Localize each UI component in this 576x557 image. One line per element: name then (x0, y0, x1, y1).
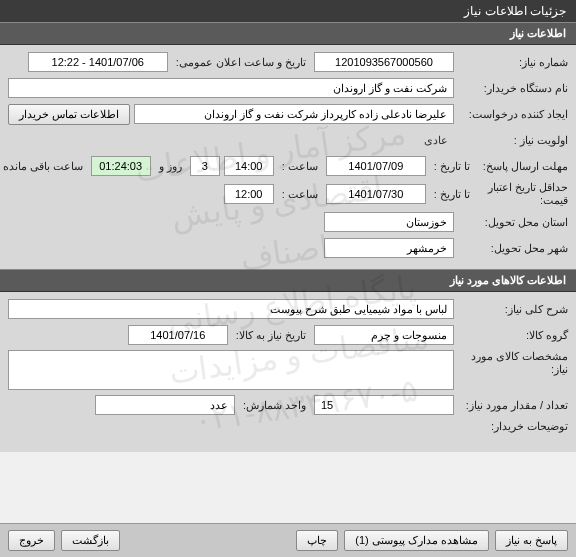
group-label: گروه کالا: (458, 329, 568, 342)
print-button[interactable]: چاپ (296, 530, 338, 551)
city-field[interactable] (324, 238, 454, 258)
buyer-label: نام دستگاه خریدار: (458, 82, 568, 95)
province-label: استان محل تحویل: (458, 216, 568, 229)
row-province: استان محل تحویل: (8, 211, 568, 233)
province-field[interactable] (324, 212, 454, 232)
row-buyer-notes: توضیحات خریدار: (8, 420, 568, 442)
desc-field[interactable] (8, 299, 454, 319)
exit-button[interactable]: خروج (8, 530, 55, 551)
need-date-label: تاریخ نیاز به کالا: (232, 329, 310, 342)
section-need-info-header: اطلاعات نیاز (0, 22, 576, 45)
time-2[interactable] (224, 184, 274, 204)
creator-field[interactable] (134, 104, 454, 124)
row-deadline: مهلت ارسال پاسخ: تا تاریخ : ساعت : روز و… (8, 155, 568, 177)
announce-label: تاریخ و ساعت اعلان عمومی: (172, 56, 310, 69)
time-1[interactable] (224, 156, 274, 176)
city-label: شهر محل تحویل: (458, 242, 568, 255)
reply-button[interactable]: پاسخ به نیاز (495, 530, 568, 551)
priority-label: اولویت نیاز : (458, 134, 568, 147)
spec-textarea[interactable] (8, 350, 454, 390)
time-label-1: ساعت : (278, 160, 322, 173)
footer-toolbar: پاسخ به نیاز مشاهده مدارک پیوستی (1) چاپ… (0, 523, 576, 557)
row-buyer: نام دستگاه خریدار: (8, 77, 568, 99)
qty-label: تعداد / مقدار مورد نیاز: (458, 399, 568, 412)
until-date-2[interactable] (326, 184, 426, 204)
deadline-label: مهلت ارسال پاسخ: (478, 160, 568, 173)
section-goods-header: اطلاعات کالاهای مورد نیاز (0, 269, 576, 292)
until-date-1[interactable] (326, 156, 426, 176)
until-label-2: تا تاریخ : (430, 188, 474, 201)
buyer-notes-label: توضیحات خریدار: (458, 420, 568, 433)
row-need-no: شماره نیاز: تاریخ و ساعت اعلان عمومی: (8, 51, 568, 73)
announce-field[interactable] (28, 52, 168, 72)
contact-buyer-button[interactable]: اطلاعات تماس خریدار (8, 104, 130, 125)
qty-field[interactable] (314, 395, 454, 415)
days-field[interactable] (190, 156, 220, 176)
attachments-button[interactable]: مشاهده مدارک پیوستی (1) (344, 530, 489, 551)
footer-spacer (126, 530, 290, 551)
section-need-info-body: شماره نیاز: تاریخ و ساعت اعلان عمومی: نا… (0, 45, 576, 269)
window-title-bar: جزئیات اطلاعات نیاز (0, 0, 576, 22)
row-qty: تعداد / مقدار مورد نیاز: واحد شمارش: (8, 394, 568, 416)
buyer-field[interactable] (8, 78, 454, 98)
need-no-field[interactable] (314, 52, 454, 72)
days-label: روز و (155, 160, 186, 173)
validity-label: حداقل تاریخ اعتبار قیمت: (478, 181, 568, 207)
row-creator: ایجاد کننده درخواست: اطلاعات تماس خریدار (8, 103, 568, 125)
need-date-field[interactable] (128, 325, 228, 345)
remain-label: ساعت باقی مانده (0, 160, 87, 173)
remain-time (91, 156, 151, 176)
row-validity: حداقل تاریخ اعتبار قیمت: تا تاریخ : ساعت… (8, 181, 568, 207)
row-priority: اولویت نیاز : عادی (8, 129, 568, 151)
unit-label: واحد شمارش: (239, 399, 310, 412)
priority-value: عادی (418, 134, 454, 147)
window-title: جزئیات اطلاعات نیاز (464, 4, 566, 18)
unit-field[interactable] (95, 395, 235, 415)
time-label-2: ساعت : (278, 188, 322, 201)
group-field[interactable] (314, 325, 454, 345)
back-button[interactable]: بازگشت (61, 530, 120, 551)
section-goods-body: شرح کلی نیاز: گروه کالا: تاریخ نیاز به ک… (0, 292, 576, 452)
row-desc: شرح کلی نیاز: (8, 298, 568, 320)
row-city: شهر محل تحویل: (8, 237, 568, 259)
row-group: گروه کالا: تاریخ نیاز به کالا: (8, 324, 568, 346)
spec-label: مشخصات کالای مورد نیاز: (458, 350, 568, 376)
creator-label: ایجاد کننده درخواست: (458, 108, 568, 121)
row-spec: مشخصات کالای مورد نیاز: (8, 350, 568, 390)
desc-label: شرح کلی نیاز: (458, 303, 568, 316)
need-no-label: شماره نیاز: (458, 56, 568, 69)
until-label-1: تا تاریخ : (430, 160, 474, 173)
